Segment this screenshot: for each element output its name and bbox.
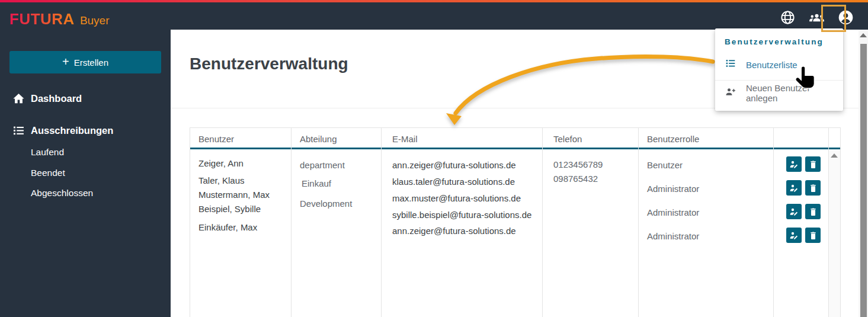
scrollbar-up-arrow[interactable] [860,33,867,37]
person-edit-icon [789,230,799,241]
sidebar-item-ausschreibungen[interactable]: Ausschreibungen [0,121,171,140]
user-name: Taler, Klaus [190,175,291,187]
create-button[interactable]: + Erstellen [9,51,161,73]
product-name: Buyer [80,14,110,27]
list-icon [725,57,736,72]
column-header: Telefon [543,128,638,144]
role-cell: Administrator [639,230,773,242]
email-cell: max.muster@futura-solutions.de [382,193,542,204]
sidebar-item-label: Dashboard [31,93,82,104]
sidebar-item-dashboard[interactable]: Dashboard [0,89,171,108]
app-window: FUTURA Buyer + Erstellen Dashboard [0,0,868,317]
table-scrollbar-track[interactable] [829,149,840,317]
trash-icon [808,207,818,217]
user-name: Einkäufer, Max [190,222,291,233]
delete-user-button[interactable] [805,204,821,219]
sidebar: FUTURA Buyer + Erstellen Dashboard [0,2,171,317]
user-actions-row [774,204,828,219]
user-name: Zeiger, Ann [190,158,291,169]
create-button-label: Erstellen [74,57,108,68]
home-icon [12,91,26,105]
user-actions-row [774,156,828,172]
edit-user-button[interactable] [786,156,802,172]
menu-item-label: Neuen Benutzer anlegen [746,83,843,103]
sidebar-item-label: Ausschreibungen [31,125,113,136]
menu-item-neuen-benutzer-anlegen[interactable]: Neuen Benutzer anlegen [715,82,843,104]
brand-name: FUTURA [9,10,75,28]
person-edit-icon [789,182,799,193]
column-header: E-Mail [382,128,542,144]
sidebar-subitem-abgeschlossen[interactable]: Abgeschlossen [31,188,93,198]
department-cell: Einkauf [292,178,381,190]
role-cell: Benutzer [639,159,773,171]
trash-icon [808,230,818,241]
sidebar-subitem-laufend[interactable]: Laufend [31,147,64,158]
column-benutzer: Benutzer Zeiger, Ann Taler, Klaus Muster… [190,128,291,317]
list-icon [12,123,26,137]
department-cell: Development [292,198,381,210]
email-cell: klaus.taler@futura-solutions.de [382,176,542,188]
role-cell: Administrator [639,207,773,219]
trash-icon [808,159,818,169]
role-cell: Administrator [639,183,773,195]
edit-user-button[interactable] [786,228,802,243]
users-icon-highlight-box [821,5,846,32]
column-benutzerrolle: Benutzerrolle Benutzer Administrator Adm… [638,128,773,317]
main-scrollbar[interactable] [859,30,868,317]
user-actions-row [774,180,828,196]
column-header: Benutzerrolle [639,128,773,144]
phone-cell: 0123456789 [543,159,638,171]
menu-divider [715,80,843,81]
edit-user-button[interactable] [786,204,802,219]
sidebar-subitem-beendet[interactable]: Beendet [31,168,65,178]
email-cell: ann.zeiger@futura-solutions.de [382,225,542,237]
person-edit-icon [789,159,799,169]
user-actions-row [774,228,828,243]
column-email: E-Mail ann.zeiger@futura-solutions.de kl… [381,128,542,317]
user-table: Benutzer Zeiger, Ann Taler, Klaus Muster… [190,127,841,317]
email-cell: ann.zeiger@futura-solutions.de [382,159,542,171]
page-title: Benutzerverwaltung [190,55,348,73]
delete-user-button[interactable] [805,228,821,243]
column-abteilung: Abteilung department Einkauf Development [291,128,381,317]
column-actions [773,128,828,317]
globe-icon[interactable] [780,9,796,25]
column-header: Abteilung [292,128,381,144]
email-cell: sybille.beispiel@futura-solutions.de [382,209,542,221]
user-name: Beispiel, Sybille [190,203,291,215]
menu-item-benutzerliste[interactable]: Benutzerliste [715,54,843,75]
user-management-menu: Benutzerverwaltung Benutzerliste [715,28,843,111]
column-telefon: Telefon 0123456789 098765432 [542,128,638,317]
column-header: Benutzer [190,128,291,144]
plus-icon: + [62,56,69,68]
app-logo: FUTURA Buyer [9,10,110,28]
person-add-icon [725,86,736,100]
main-scrollbar-thumb[interactable] [860,44,867,317]
department-cell: department [292,159,381,171]
menu-item-label: Benutzerliste [746,60,797,70]
delete-user-button[interactable] [805,156,821,172]
trash-icon [808,183,818,193]
edit-user-button[interactable] [786,180,802,196]
person-edit-icon [789,206,799,217]
user-name: Mustermann, Max [190,189,291,201]
phone-cell: 098765432 [543,173,638,185]
table-scroll-up-arrow[interactable] [831,153,838,158]
delete-user-button[interactable] [805,180,821,196]
